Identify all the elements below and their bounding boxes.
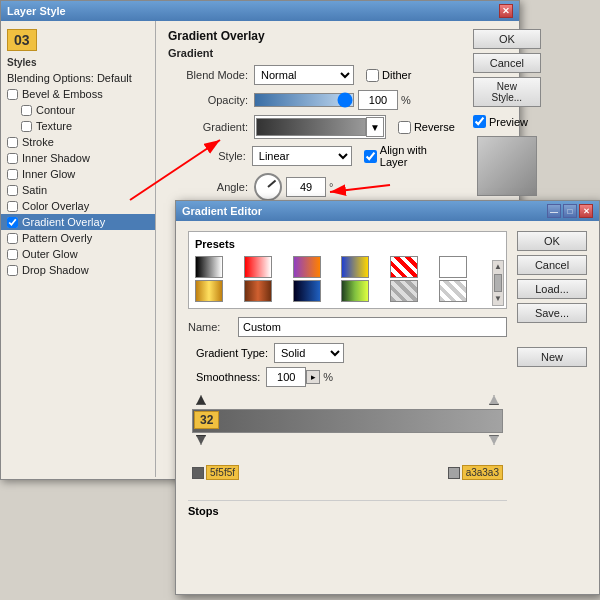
top-stop-right[interactable] xyxy=(489,395,499,405)
gradient-type-label: Gradient Type: xyxy=(196,347,268,359)
dither-row: Dither xyxy=(366,69,411,82)
sidebar-item-texture[interactable]: Texture xyxy=(1,118,155,134)
style-row: Style: Linear Align with Layer xyxy=(168,144,455,168)
stop-color-swatch-right[interactable] xyxy=(448,467,460,479)
preset-gold[interactable] xyxy=(195,280,223,302)
dither-checkbox[interactable] xyxy=(366,69,379,82)
gradient-picker[interactable]: ▼ xyxy=(254,115,386,139)
texture-checkbox[interactable] xyxy=(21,121,32,132)
angle-dial-inner xyxy=(267,180,276,188)
preset-stripe2[interactable] xyxy=(390,280,418,302)
preset-red-transparent[interactable] xyxy=(244,256,272,278)
gradient-type-select[interactable]: Solid xyxy=(274,343,344,363)
sidebar-item-contour[interactable]: Contour xyxy=(1,102,155,118)
align-layer-row: Align with Layer xyxy=(364,144,455,168)
opacity-label: Opacity: xyxy=(168,94,248,106)
align-layer-checkbox[interactable] xyxy=(364,150,377,163)
ge-close-button[interactable]: ✕ xyxy=(579,204,593,218)
inner-shadow-checkbox[interactable] xyxy=(7,153,18,164)
sidebar-label-satin: Satin xyxy=(22,184,47,196)
scrollbar-thumb[interactable] xyxy=(494,274,502,292)
angle-input[interactable] xyxy=(286,177,326,197)
top-stop-left[interactable] xyxy=(196,395,206,405)
sidebar-item-inner-glow[interactable]: Inner Glow xyxy=(1,166,155,182)
stroke-checkbox[interactable] xyxy=(7,137,18,148)
sidebar-item-gradient-overlay[interactable]: Gradient Overlay xyxy=(1,214,155,230)
sidebar-item-pattern-overlay[interactable]: Pattern Overly xyxy=(1,230,155,246)
new-style-button[interactable]: New Style... xyxy=(473,77,541,107)
outer-glow-checkbox[interactable] xyxy=(7,249,18,260)
stop-color-value-left: 5f5f5f xyxy=(206,465,239,480)
close-button[interactable]: ✕ xyxy=(499,4,513,18)
preset-black-white[interactable] xyxy=(195,256,223,278)
contour-checkbox[interactable] xyxy=(21,105,32,116)
ge-maximize-button[interactable]: □ xyxy=(563,204,577,218)
gradient-dropdown-btn[interactable]: ▼ xyxy=(366,117,384,137)
style-select[interactable]: Linear xyxy=(252,146,352,166)
preview-checkbox[interactable] xyxy=(473,115,486,128)
subsection-title: Gradient xyxy=(168,47,455,59)
preset-blue-yellow[interactable] xyxy=(341,256,369,278)
scrollbar-down-btn[interactable]: ▼ xyxy=(494,293,502,305)
sidebar-item-satin[interactable]: Satin xyxy=(1,182,155,198)
preset-dark-blue[interactable] xyxy=(293,280,321,302)
bottom-stop-markers: 32 xyxy=(192,435,503,463)
sidebar-label-inner-shadow: Inner Shadow xyxy=(22,152,90,164)
smoothness-input[interactable] xyxy=(266,367,306,387)
blend-mode-select[interactable]: Normal xyxy=(254,65,354,85)
ge-minimize-button[interactable]: — xyxy=(547,204,561,218)
stop-color-value-right: a3a3a3 xyxy=(462,465,503,480)
ge-load-button[interactable]: Load... xyxy=(517,279,587,299)
color-overlay-checkbox[interactable] xyxy=(7,201,18,212)
gradient-bar-canvas[interactable] xyxy=(192,409,503,433)
sidebar-item-stroke[interactable]: Stroke xyxy=(1,134,155,150)
ge-save-button[interactable]: Save... xyxy=(517,303,587,323)
titlebar-controls: ✕ xyxy=(499,4,513,18)
sidebar-label-outer-glow: Outer Glow xyxy=(22,248,78,260)
sidebar-item-drop-shadow[interactable]: Drop Shadow xyxy=(1,262,155,278)
angle-label: Angle: xyxy=(168,181,248,193)
satin-checkbox[interactable] xyxy=(7,185,18,196)
smoothness-stepper-btn[interactable]: ▸ xyxy=(306,370,320,384)
sidebar-item-inner-shadow[interactable]: Inner Shadow xyxy=(1,150,155,166)
angle-dial[interactable] xyxy=(254,173,282,201)
align-layer-label: Align with Layer xyxy=(380,144,455,168)
inner-glow-checkbox[interactable] xyxy=(7,169,18,180)
sidebar-item-color-overlay[interactable]: Color Overlay xyxy=(1,198,155,214)
name-input[interactable] xyxy=(238,317,507,337)
preset-transparent2[interactable] xyxy=(439,280,467,302)
reverse-checkbox[interactable] xyxy=(398,121,411,134)
blend-mode-label: Blend Mode: xyxy=(168,69,248,81)
sidebar-label-gradient-overlay: Gradient Overlay xyxy=(22,216,105,228)
stop-color-swatch-left[interactable] xyxy=(192,467,204,479)
sidebar-item-outer-glow[interactable]: Outer Glow xyxy=(1,246,155,262)
ge-new-button[interactable]: New xyxy=(517,347,587,367)
scrollbar-up-btn[interactable]: ▲ xyxy=(494,261,502,273)
preset-violet-orange[interactable] xyxy=(293,256,321,278)
sidebar-item-blending[interactable]: Blending Options: Default xyxy=(1,70,155,86)
ge-body: Presets xyxy=(176,221,599,592)
preset-green-yellow[interactable] xyxy=(341,280,369,302)
sidebar-item-bevel[interactable]: Bevel & Emboss xyxy=(1,86,155,102)
opacity-input[interactable] xyxy=(358,90,398,110)
ge-cancel-button[interactable]: Cancel xyxy=(517,255,587,275)
layer-style-titlebar: Layer Style ✕ xyxy=(1,1,519,21)
bottom-stop-right[interactable] xyxy=(489,435,499,445)
bottom-stop-left[interactable] xyxy=(196,435,206,445)
ok-button[interactable]: OK xyxy=(473,29,541,49)
presets-scrollbar[interactable]: ▲ ▼ xyxy=(492,260,504,306)
dither-label: Dither xyxy=(382,69,411,81)
bevel-checkbox[interactable] xyxy=(7,89,18,100)
step-badge: 03 xyxy=(7,29,37,51)
ge-ok-button[interactable]: OK xyxy=(517,231,587,251)
stop-value-left: 5f5f5f xyxy=(192,465,239,480)
reverse-label: Reverse xyxy=(414,121,455,133)
cancel-button[interactable]: Cancel xyxy=(473,53,541,73)
opacity-slider[interactable] xyxy=(254,93,354,107)
preset-transparent-white[interactable] xyxy=(439,256,467,278)
drop-shadow-checkbox[interactable] xyxy=(7,265,18,276)
preset-copper[interactable] xyxy=(244,280,272,302)
gradient-overlay-checkbox[interactable] xyxy=(7,217,18,228)
pattern-overlay-checkbox[interactable] xyxy=(7,233,18,244)
preset-diagonal-stripe[interactable] xyxy=(390,256,418,278)
